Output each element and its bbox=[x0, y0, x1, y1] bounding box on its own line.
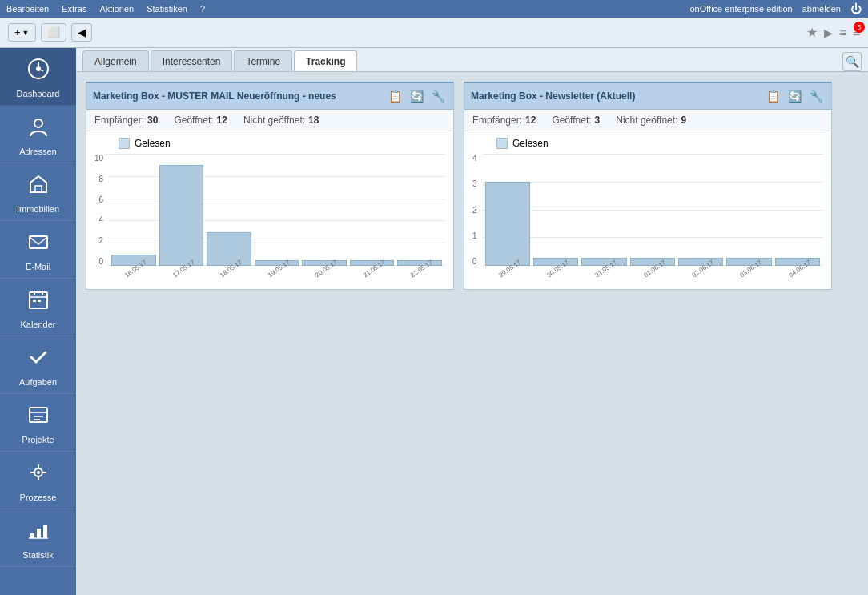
empfaenger-value-2: 12 bbox=[525, 115, 536, 126]
notifications-button[interactable]: ≡ 5 bbox=[853, 26, 860, 40]
menu-bearbeiten[interactable]: Bearbeiten bbox=[6, 4, 49, 14]
tab-tracking[interactable]: Tracking bbox=[294, 50, 357, 71]
tabs-bar: Allgemein Interessenten Termine Tracking… bbox=[76, 48, 868, 72]
sidebar-item-prozesse[interactable]: Prozesse bbox=[0, 452, 76, 509]
logout-button[interactable]: abmelden bbox=[802, 4, 841, 14]
y-label: 3 bbox=[472, 179, 477, 188]
sidebar-item-statistik[interactable]: Statistik bbox=[0, 509, 76, 567]
box-1-bars bbox=[108, 154, 445, 266]
sidebar-label-aufgaben: Aufgaben bbox=[19, 377, 57, 387]
svg-rect-12 bbox=[38, 300, 41, 302]
stat-geoeffnet-2: Geöffnet: 3 bbox=[552, 115, 600, 126]
sidebar-item-immobilien[interactable]: Immobilien bbox=[0, 163, 76, 221]
box-2-copy-icon[interactable]: 📋 bbox=[765, 88, 782, 104]
immobilien-icon bbox=[27, 173, 50, 201]
box-2-y-axis: 01234 bbox=[472, 154, 482, 282]
statistik-icon bbox=[27, 519, 50, 547]
box-1-copy-icon[interactable]: 📋 bbox=[387, 88, 404, 104]
legend-color-1 bbox=[119, 138, 130, 149]
empfaenger-label-2: Empfänger: bbox=[472, 115, 522, 126]
sidebar-item-email[interactable]: E-Mail bbox=[0, 221, 76, 279]
sidebar-item-kalender[interactable]: Kalender bbox=[0, 279, 76, 336]
box-2-settings-icon[interactable]: 🔧 bbox=[808, 88, 825, 104]
y-label: 4 bbox=[94, 215, 103, 224]
bar[interactable] bbox=[485, 182, 530, 266]
layout: Dashboard Adressen Immobilien bbox=[0, 48, 868, 595]
y-label: 6 bbox=[94, 195, 103, 204]
top-bar: Bearbeiten Extras Aktionen Statistiken ?… bbox=[0, 0, 868, 18]
nicht-geoeffnet-label-2: Nicht geöffnet: bbox=[616, 115, 677, 126]
search-button[interactable]: 🔍 bbox=[842, 52, 862, 71]
sidebar-label-dashboard: Dashboard bbox=[17, 89, 60, 98]
stat-empfaenger-1: Empfänger: 30 bbox=[94, 115, 158, 126]
toolbar-right: ★ ▶ ≡ ≡ 5 bbox=[806, 25, 860, 40]
box-1-y-axis: 0246810 bbox=[94, 154, 108, 282]
nicht-geoeffnet-value-1: 18 bbox=[308, 115, 319, 126]
y-label: 2 bbox=[94, 236, 103, 245]
box-1-chart: 0246810 16.05.1717.05.1718.05.1719.05.17… bbox=[94, 154, 445, 282]
tab-termine[interactable]: Termine bbox=[234, 50, 292, 71]
empfaenger-value-1: 30 bbox=[147, 115, 158, 126]
sidebar-label-immobilien: Immobilien bbox=[17, 204, 59, 214]
content-area: Marketing Box - MUSTER MAIL Neueröffnung… bbox=[76, 72, 868, 595]
svg-rect-21 bbox=[43, 525, 47, 538]
menu-aktionen[interactable]: Aktionen bbox=[99, 4, 134, 14]
play-button[interactable]: ▶ bbox=[824, 26, 833, 39]
star-button[interactable]: ★ bbox=[806, 25, 818, 40]
sidebar-item-adressen[interactable]: Adressen bbox=[0, 106, 76, 163]
box-2-chart-body: 29.05.1730.05.1731.05.1701.06.1702.06.17… bbox=[482, 154, 823, 282]
tab-interessenten[interactable]: Interessenten bbox=[151, 50, 233, 71]
sidebar-item-dashboard[interactable]: Dashboard bbox=[0, 48, 76, 106]
save-icon: ⬜ bbox=[47, 26, 60, 38]
projekte-icon bbox=[27, 404, 50, 432]
top-menu: Bearbeiten Extras Aktionen Statistiken ? bbox=[6, 4, 205, 14]
email-icon bbox=[27, 231, 50, 259]
marketing-box-2: Marketing Box - Newsletter (Aktuell) 📋 🔄… bbox=[464, 82, 832, 290]
toolbar: + ▼ ⬜ ◀ ★ ▶ ≡ ≡ 5 bbox=[0, 18, 868, 48]
box-2-x-labels: 29.05.1730.05.1731.05.1701.06.1702.06.17… bbox=[482, 266, 823, 282]
notification-badge: 5 bbox=[854, 22, 865, 33]
stat-geoeffnet-1: Geöffnet: 12 bbox=[174, 115, 227, 126]
kalender-icon bbox=[27, 288, 50, 316]
sidebar-label-statistik: Statistik bbox=[22, 550, 54, 560]
sidebar-label-kalender: Kalender bbox=[20, 320, 55, 329]
y-label: 4 bbox=[472, 154, 477, 163]
power-icon[interactable]: ⏻ bbox=[850, 2, 862, 15]
save-button[interactable]: ⬜ bbox=[41, 23, 66, 42]
add-button[interactable]: + ▼ bbox=[8, 23, 36, 42]
plus-icon: + bbox=[14, 26, 21, 38]
bar[interactable] bbox=[159, 165, 204, 266]
sidebar-label-projekte: Projekte bbox=[22, 435, 54, 444]
svg-rect-19 bbox=[30, 533, 34, 538]
y-label: 2 bbox=[472, 206, 477, 215]
geoeffnet-value-2: 3 bbox=[595, 115, 601, 126]
box-2-bars bbox=[482, 154, 823, 266]
box-1-refresh-icon[interactable]: 🔄 bbox=[408, 88, 425, 104]
sidebar-label-adressen: Adressen bbox=[19, 147, 56, 156]
box-1-legend: Gelesen bbox=[119, 138, 445, 149]
menu-help[interactable]: ? bbox=[200, 4, 205, 14]
marketing-box-1: Marketing Box - MUSTER MAIL Neueröffnung… bbox=[86, 82, 454, 290]
box-1-title: Marketing Box - MUSTER MAIL Neueröffnung… bbox=[93, 90, 382, 102]
box-1-x-labels: 16.05.1717.05.1718.05.1719.05.1720.05.17… bbox=[108, 266, 445, 282]
tab-allgemein[interactable]: Allgemein bbox=[82, 50, 149, 71]
box-2-chart: 01234 29.05.1730.05.1731.05.1701.06.1702… bbox=[472, 154, 823, 282]
menu-extras[interactable]: Extras bbox=[62, 4, 86, 14]
geoeffnet-value-1: 12 bbox=[217, 115, 227, 126]
nicht-geoeffnet-value-2: 9 bbox=[681, 115, 686, 126]
box-2-refresh-icon[interactable]: 🔄 bbox=[786, 88, 803, 104]
box-2-stats: Empfänger: 12 Geöffnet: 3 Nicht geöffnet… bbox=[464, 110, 831, 131]
nicht-geoeffnet-label-1: Nicht geöffnet: bbox=[243, 115, 305, 126]
box-1-header: Marketing Box - MUSTER MAIL Neueröffnung… bbox=[86, 83, 453, 110]
y-label: 1 bbox=[472, 231, 477, 240]
stat-nicht-geoeffnet-2: Nicht geöffnet: 9 bbox=[616, 115, 686, 126]
back-button[interactable]: ◀ bbox=[71, 23, 92, 42]
sidebar-item-projekte[interactable]: Projekte bbox=[0, 394, 76, 452]
box-1-settings-icon[interactable]: 🔧 bbox=[430, 88, 447, 104]
empfaenger-label-1: Empfänger: bbox=[94, 115, 144, 126]
menu-statistiken[interactable]: Statistiken bbox=[147, 4, 187, 14]
sidebar-item-aufgaben[interactable]: Aufgaben bbox=[0, 336, 76, 394]
list-button[interactable]: ≡ bbox=[839, 26, 846, 39]
geoeffnet-label-2: Geöffnet: bbox=[552, 115, 591, 126]
svg-rect-11 bbox=[33, 300, 36, 302]
